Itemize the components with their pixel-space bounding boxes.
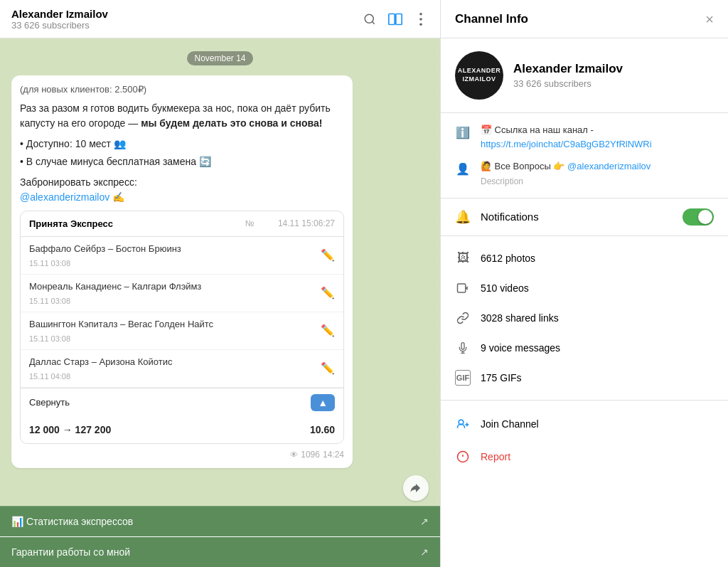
message-bubble: (для новых клиентов: 2.500₽) Раз за разо… [11,75,353,468]
join-icon [455,416,471,432]
join-channel-row[interactable]: Join Channel [441,408,728,440]
media-section: 🖼 6612 photos 510 videos 3028 shared lin… [441,236,728,401]
contact-link[interactable]: @alexanderizmailov [567,161,651,171]
voice-row[interactable]: 9 voice messages [441,333,728,363]
views-count: 1096 [301,448,320,461]
stats-button[interactable]: 📊 Статистика экспрессов ↗ [0,506,440,536]
channel-name-info: Alexander Izmailov 33 626 subscribers [513,62,623,89]
description-label: Description [481,175,714,188]
voice-icon [455,340,471,356]
chat-header: Alexander Izmailov 33 626 subscribers [0,0,440,38]
express-card: Принята Экспресс № 14.11 15:06:27 Баффал… [20,211,344,445]
main-text: Раз за разом я готов водить букмекера за… [20,101,344,131]
express-rows: Баффало Сейбрз – Бостон Брюинз 15.11 03:… [21,237,343,388]
join-label: Join Channel [481,418,539,430]
date-badge: November 14 [187,51,252,65]
contact-icon: 👤 [455,161,471,176]
channel-link[interactable]: https://t.me/joinchat/C9aBgGB2YfRlNWRi [481,139,652,149]
top-text: (для новых клиентов: 2.500₽) [20,83,344,97]
svg-point-0 [365,14,373,23]
views-icon: 👁 [290,449,298,461]
report-row[interactable]: Report [441,440,728,473]
bottom-buttons: 📊 Статистика экспрессов ↗ Гарантии работ… [0,506,440,567]
search-icon[interactable] [362,11,378,27]
chat-panel: Alexander Izmailov 33 626 subscribers No… [0,0,441,567]
videos-label: 510 videos [481,282,529,294]
photos-row[interactable]: 🖼 6612 photos [441,243,728,273]
info-icon: ℹ️ [455,124,471,140]
videos-row[interactable]: 510 videos [441,273,728,303]
notifications-toggle[interactable] [682,208,714,226]
links-row[interactable]: 3028 shared links [441,303,728,333]
links-label: 3028 shared links [481,312,559,324]
links-icon [455,310,471,326]
channel-name: Alexander Izmailov [513,62,623,76]
gifs-label: 175 GIFs [481,372,522,383]
svg-rect-2 [389,14,395,24]
panel-title: Channel Info [455,12,528,26]
express-match-row: Даллас Старз – Аризона Койотис 15.11 04:… [21,350,343,388]
actions-section: Join Channel Report [441,401,728,480]
chat-title: Alexander Izmailov [11,8,362,20]
message-time: 14:24 [323,448,344,461]
photos-label: 6612 photos [481,253,535,264]
guarantee-button[interactable]: Гарантии работы со мной ↗ [0,537,440,567]
toggle-knob [698,210,712,224]
bullet1: • Доступно: 10 мест 👥 [20,137,344,152]
panel-header: Channel Info × [441,0,728,38]
book-label: Забронировать экспресс: @alexanderizmail… [20,175,344,205]
photos-icon: 🖼 [455,250,471,266]
book-link[interactable]: @alexanderizmailov [20,191,109,203]
chat-header-info: Alexander Izmailov 33 626 subscribers [11,8,362,31]
avatar: ALEXANDER IZMAILOV [455,51,503,100]
report-icon [455,449,471,465]
express-total: 12 000 → 127 200 10.60 [21,417,343,443]
svg-rect-7 [458,284,466,292]
bell-icon: 🔔 [455,209,471,225]
express-match-row: Баффало Сейбрз – Бостон Брюинз 15.11 03:… [21,237,343,275]
close-button[interactable]: × [705,12,714,26]
info-section: ℹ️ 📅 Ссылка на наш канал - https://t.me/… [441,113,728,198]
svg-rect-3 [396,14,402,24]
header-icons [362,11,429,27]
notifications-label: Notifications [481,211,539,223]
info-row-contact: 👤 🙋 Все Вопросы 👉 @alexanderizmailov Des… [455,159,714,188]
svg-point-5 [419,18,422,21]
channel-subscribers: 33 626 subscribers [513,78,623,89]
forward-button[interactable] [403,475,429,501]
channel-info-panel: Channel Info × ALEXANDER IZMAILOV Alexan… [441,0,728,567]
gif-icon: GIF [455,370,471,386]
info-label-2: 🙋 Все Вопросы 👉 @alexanderizmailov [481,159,714,174]
message-meta: 👁 1096 14:24 [20,448,344,461]
express-match-row: Вашингтон Кэпиталз – Вегас Голден Найтс … [21,312,343,350]
channel-profile: ALEXANDER IZMAILOV Alexander Izmailov 33… [441,38,728,113]
arrow-icon: ↗ [420,516,429,527]
gifs-row[interactable]: GIF 175 GIFs [441,363,728,393]
messages-area: November 14 (для новых клиентов: 2.500₽)… [0,38,440,506]
report-label: Report [481,451,510,462]
express-collapse: Свернуть ▲ [21,388,343,417]
chat-subscriber-count: 33 626 subscribers [11,20,362,31]
notifications-row: 🔔 Notifications [441,198,728,236]
express-match-row: Монреаль Канадиенс – Калгари Флэймз 15.1… [21,275,343,312]
svg-point-6 [419,23,422,26]
info-label-1: 📅 Ссылка на наш канал - [481,123,714,137]
layout-icon[interactable] [387,11,403,27]
svg-line-1 [372,21,374,23]
collapse-button[interactable]: ▲ [311,394,335,411]
info-row-link: ℹ️ 📅 Ссылка на наш канал - https://t.me/… [455,123,714,151]
express-header: Принята Экспресс № 14.11 15:06:27 [21,211,343,238]
more-options-icon[interactable] [413,11,429,27]
arrow-icon2: ↗ [420,546,429,558]
express-title: Принята Экспресс [29,217,113,231]
chat-body: November 14 (для новых клиентов: 2.500₽)… [0,38,440,506]
videos-icon [455,280,471,296]
svg-point-4 [419,13,422,16]
voice-label: 9 voice messages [481,342,560,354]
bullet2: • В случае минуса бесплатная замена 🔄 [20,154,344,169]
